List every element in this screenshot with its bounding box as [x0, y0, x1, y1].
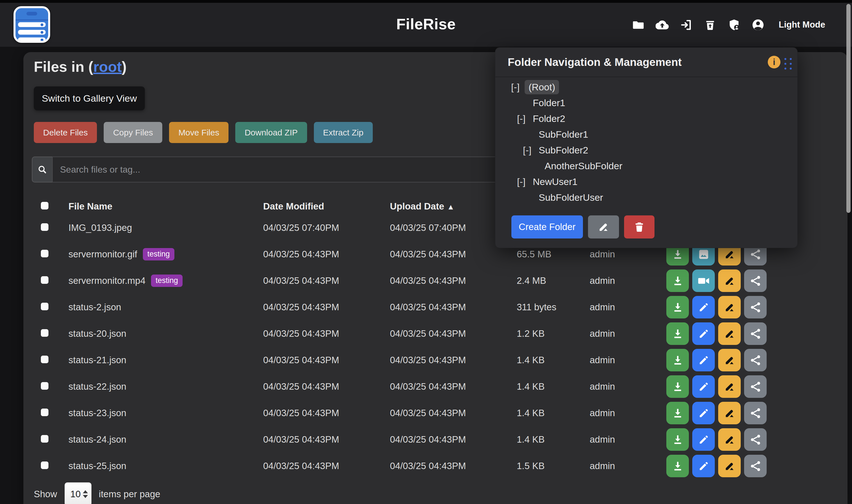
delete-folder-button[interactable] — [624, 215, 655, 238]
shield-user-icon[interactable] — [728, 18, 741, 32]
window-scrollbar[interactable] — [846, 4, 851, 213]
cloud-upload-icon[interactable] — [656, 18, 669, 32]
preview-edit-button[interactable] — [692, 428, 715, 451]
column-header-file-name[interactable]: File Name — [65, 201, 259, 212]
upload-date: 04/03/25 04:43PM — [386, 461, 513, 471]
rename-button[interactable] — [718, 296, 741, 319]
tree-item-label[interactable]: SubFolderUser — [539, 192, 603, 203]
tree-item-label[interactable]: (Root) — [525, 80, 559, 94]
tree-item-label[interactable]: AnotherSubFolder — [545, 161, 622, 172]
download-button[interactable] — [666, 296, 689, 319]
restore-trash-icon[interactable] — [703, 18, 717, 32]
rename-button[interactable] — [718, 349, 741, 372]
tree-item-label[interactable]: NewUser1 — [533, 176, 578, 187]
preview-edit-button[interactable] — [692, 322, 715, 345]
tree-item-subfolder2[interactable]: [-]SubFolder2 — [495, 142, 797, 158]
tree-item-label[interactable]: Folder1 — [533, 97, 565, 108]
select-all-checkbox[interactable] — [41, 202, 49, 210]
preview-edit-button[interactable] — [692, 269, 715, 292]
folder-icon[interactable] — [632, 18, 645, 32]
rename-button[interactable] — [718, 455, 741, 477]
logout-icon[interactable] — [680, 18, 693, 32]
date-modified: 04/03/25 04:43PM — [259, 249, 386, 259]
share-button[interactable] — [744, 349, 767, 372]
date-modified: 04/03/25 04:43PM — [259, 434, 386, 445]
drag-handle-icon[interactable] — [784, 58, 792, 70]
share-button[interactable] — [744, 296, 767, 319]
tree-item-anothersubfolder[interactable]: AnotherSubFolder — [495, 158, 797, 174]
tree-item-root[interactable]: [-](Root) — [495, 79, 797, 95]
tree-item-label[interactable]: Folder2 — [533, 113, 565, 124]
row-checkbox[interactable] — [41, 276, 49, 284]
download-button[interactable] — [666, 322, 689, 345]
preview-edit-button[interactable] — [692, 375, 715, 398]
file-name: status-25.json — [68, 461, 126, 471]
download-button[interactable] — [666, 269, 689, 292]
rename-button[interactable] — [718, 402, 741, 424]
file-actions-toolbar: Delete Files Copy Files Move Files Downl… — [34, 122, 373, 143]
date-modified: 04/03/25 04:43PM — [259, 355, 386, 365]
collapse-toggle[interactable]: [-] — [517, 113, 533, 124]
share-button[interactable] — [744, 402, 767, 424]
rename-button[interactable] — [718, 322, 741, 345]
download-zip-button[interactable]: Download ZIP — [235, 122, 307, 143]
rename-button[interactable] — [718, 428, 741, 451]
share-button[interactable] — [744, 428, 767, 451]
row-checkbox[interactable] — [41, 223, 49, 231]
preview-edit-button[interactable] — [692, 455, 715, 477]
uploader: admin — [586, 249, 662, 259]
file-name: status-21.json — [68, 355, 126, 365]
delete-files-button[interactable]: Delete Files — [34, 122, 97, 143]
copy-files-button[interactable]: Copy Files — [104, 122, 162, 143]
logo-tray — [18, 22, 46, 27]
preview-edit-button[interactable] — [692, 349, 715, 372]
move-files-button[interactable]: Move Files — [169, 122, 228, 143]
row-checkbox[interactable] — [41, 303, 49, 310]
row-checkbox[interactable] — [41, 409, 49, 416]
tree-item-subfolderuser[interactable]: SubFolderUser — [495, 190, 797, 205]
panel-title: Folder Navigation & Management — [508, 56, 682, 68]
tree-item-folder1[interactable]: Folder1 — [495, 95, 797, 111]
row-checkbox[interactable] — [41, 435, 49, 443]
collapse-toggle[interactable]: [-] — [517, 176, 533, 187]
upload-date: 04/03/25 04:43PM — [386, 302, 513, 312]
row-checkbox[interactable] — [41, 329, 49, 337]
rename-folder-button[interactable] — [588, 215, 619, 238]
logo-tray — [18, 37, 46, 42]
share-button[interactable] — [744, 269, 767, 292]
row-checkbox[interactable] — [41, 250, 49, 257]
share-button[interactable] — [744, 455, 767, 477]
account-circle-icon[interactable] — [751, 18, 765, 32]
tree-item-newuser1[interactable]: [-]NewUser1 — [495, 174, 797, 190]
rename-button[interactable] — [718, 269, 741, 292]
create-folder-button[interactable]: Create Folder — [511, 215, 583, 238]
root-breadcrumb-link[interactable]: root — [93, 58, 122, 75]
light-mode-toggle[interactable]: Light Mode — [779, 20, 825, 30]
tree-item-label[interactable]: SubFolder1 — [539, 129, 588, 140]
items-per-page-select[interactable]: 10 — [65, 482, 91, 504]
collapse-toggle[interactable]: [-] — [523, 145, 539, 156]
preview-edit-button[interactable] — [692, 296, 715, 319]
download-button[interactable] — [666, 375, 689, 398]
row-checkbox[interactable] — [41, 462, 49, 469]
preview-edit-button[interactable] — [692, 402, 715, 424]
tree-item-folder2[interactable]: [-]Folder2 — [495, 111, 797, 126]
tree-item-subfolder1[interactable]: SubFolder1 — [495, 126, 797, 142]
download-button[interactable] — [666, 402, 689, 424]
share-button[interactable] — [744, 322, 767, 345]
switch-gallery-view-button[interactable]: Switch to Gallery View — [34, 87, 145, 110]
tree-item-label[interactable]: SubFolder2 — [539, 145, 588, 156]
download-button[interactable] — [666, 428, 689, 451]
file-tag-badge: testing — [143, 248, 174, 260]
download-button[interactable] — [666, 349, 689, 372]
download-button[interactable] — [666, 455, 689, 477]
extract-zip-button[interactable]: Extract Zip — [314, 122, 373, 143]
share-button[interactable] — [744, 375, 767, 398]
rename-button[interactable] — [718, 375, 741, 398]
upload-date: 04/03/25 04:43PM — [386, 249, 513, 259]
column-header-upload-date[interactable]: Upload Date▲ — [386, 201, 513, 212]
row-checkbox[interactable] — [41, 382, 49, 390]
column-header-date-modified[interactable]: Date Modified — [259, 201, 386, 212]
row-checkbox[interactable] — [41, 356, 49, 363]
info-icon[interactable]: i — [768, 56, 780, 68]
